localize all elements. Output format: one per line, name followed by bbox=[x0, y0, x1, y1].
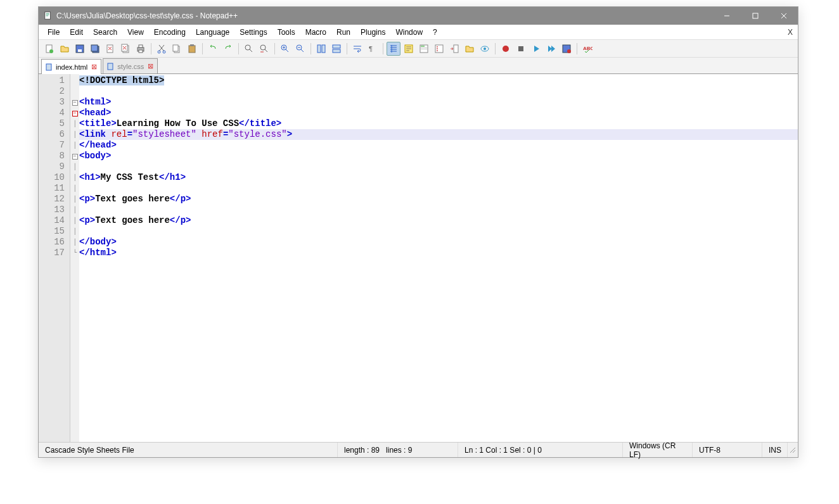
doc-list-icon[interactable] bbox=[432, 42, 446, 56]
menu-language[interactable]: Language bbox=[191, 28, 234, 37]
find-icon[interactable] bbox=[242, 42, 256, 56]
undo-icon[interactable] bbox=[206, 42, 220, 56]
udl-icon[interactable] bbox=[402, 42, 416, 56]
svg-point-20 bbox=[245, 45, 250, 50]
redo-icon[interactable] bbox=[221, 42, 235, 56]
svg-point-40 bbox=[484, 47, 486, 50]
app-icon bbox=[44, 11, 53, 20]
close-file-icon[interactable] bbox=[103, 42, 117, 56]
status-eol: Windows (CR LF) bbox=[623, 443, 693, 457]
indent-guide-icon[interactable] bbox=[387, 42, 400, 56]
status-insert-mode: INS bbox=[762, 443, 788, 457]
menu-window[interactable]: Window bbox=[390, 28, 428, 37]
new-file-icon[interactable] bbox=[42, 42, 56, 56]
menubar: FileEditSearchViewEncodingLanguageSettin… bbox=[39, 25, 798, 40]
maximize-button[interactable] bbox=[741, 7, 769, 25]
tab-close-icon[interactable]: ⊠ bbox=[91, 63, 97, 71]
sync-h-icon[interactable] bbox=[330, 42, 343, 56]
svg-rect-47 bbox=[108, 63, 113, 70]
menu-edit[interactable]: Edit bbox=[65, 28, 88, 37]
tab-close-icon[interactable]: ⊠ bbox=[148, 62, 153, 70]
svg-rect-46 bbox=[46, 64, 51, 70]
monitor-icon[interactable] bbox=[478, 42, 492, 56]
menu-tools[interactable]: Tools bbox=[272, 28, 300, 37]
window-title: C:\Users\Julia\Desktop\css-test\style.cs… bbox=[56, 11, 712, 20]
tab-index-html[interactable]: index.html⊠ bbox=[41, 59, 101, 74]
statusbar: Cascade Style Sheets File length : 89 li… bbox=[39, 442, 798, 457]
status-filetype: Cascade Style Sheets File bbox=[39, 443, 338, 457]
toolbar: ¶ ABC bbox=[39, 40, 798, 58]
cut-icon[interactable] bbox=[155, 42, 169, 56]
svg-point-35 bbox=[437, 46, 438, 47]
editor-area: 1234567891011121314151617 │││││││││││└ <… bbox=[39, 74, 798, 442]
menu-settings[interactable]: Settings bbox=[234, 28, 272, 37]
svg-rect-34 bbox=[435, 45, 443, 53]
svg-point-36 bbox=[437, 48, 438, 49]
zoom-out-icon[interactable] bbox=[293, 42, 307, 56]
svg-rect-24 bbox=[317, 45, 321, 53]
titlebar[interactable]: C:\Users\Julia\Desktop\css-test\style.cs… bbox=[39, 7, 798, 25]
svg-rect-27 bbox=[333, 49, 340, 53]
show-all-chars-icon[interactable]: ¶ bbox=[366, 42, 380, 56]
replace-icon[interactable] bbox=[257, 42, 271, 56]
save-all-icon[interactable] bbox=[88, 42, 102, 56]
minimize-button[interactable] bbox=[712, 7, 741, 25]
svg-rect-13 bbox=[139, 50, 143, 53]
record-macro-icon[interactable] bbox=[499, 42, 513, 56]
fold-column[interactable]: │││││││││││└ bbox=[70, 74, 79, 442]
svg-rect-31 bbox=[421, 46, 425, 47]
file-icon bbox=[46, 63, 53, 71]
paste-icon[interactable] bbox=[185, 42, 199, 56]
svg-rect-26 bbox=[333, 45, 340, 48]
status-encoding: UTF-8 bbox=[693, 443, 762, 457]
close-all-icon[interactable] bbox=[118, 42, 132, 56]
menu-view[interactable]: View bbox=[122, 28, 149, 37]
stop-macro-icon[interactable] bbox=[514, 42, 528, 56]
folder-workspace-icon[interactable] bbox=[463, 42, 477, 56]
tab-style-css[interactable]: style.css⊠ bbox=[103, 58, 158, 73]
play-macro-icon[interactable] bbox=[529, 42, 543, 56]
status-length: length : 89 lines : 9 bbox=[338, 443, 458, 457]
save-icon[interactable] bbox=[73, 42, 87, 56]
svg-rect-33 bbox=[421, 49, 427, 49]
menu-plugins[interactable]: Plugins bbox=[355, 28, 390, 37]
svg-rect-5 bbox=[78, 49, 82, 52]
svg-rect-7 bbox=[91, 45, 98, 51]
status-position: Ln : 1 Col : 1 Sel : 0 | 0 bbox=[458, 443, 623, 457]
document-close-icon[interactable]: X bbox=[788, 28, 793, 37]
doc-map-icon[interactable] bbox=[417, 42, 431, 56]
menu-file[interactable]: File bbox=[42, 28, 65, 37]
zoom-in-icon[interactable] bbox=[278, 42, 292, 56]
svg-rect-42 bbox=[518, 46, 523, 51]
svg-point-37 bbox=[437, 50, 438, 51]
svg-text:¶: ¶ bbox=[369, 45, 373, 53]
svg-point-41 bbox=[503, 46, 509, 52]
function-list-icon[interactable] bbox=[447, 42, 461, 56]
svg-rect-12 bbox=[139, 45, 143, 47]
sync-v-icon[interactable] bbox=[314, 42, 328, 56]
menu-encoding[interactable]: Encoding bbox=[149, 28, 191, 37]
svg-rect-17 bbox=[173, 45, 178, 51]
svg-text:ABC: ABC bbox=[583, 46, 592, 51]
wordwrap-icon[interactable] bbox=[350, 42, 364, 56]
play-multi-icon[interactable] bbox=[544, 42, 558, 56]
menu-search[interactable]: Search bbox=[88, 28, 122, 37]
spellcheck-icon[interactable]: ABC bbox=[580, 42, 594, 56]
menu-macro[interactable]: Macro bbox=[300, 28, 331, 37]
open-file-icon[interactable] bbox=[58, 42, 72, 56]
svg-rect-19 bbox=[190, 44, 194, 46]
copy-icon[interactable] bbox=[170, 42, 184, 56]
svg-point-3 bbox=[49, 49, 53, 53]
svg-rect-25 bbox=[322, 45, 325, 53]
menu-help[interactable]: ? bbox=[428, 28, 442, 37]
svg-rect-38 bbox=[454, 45, 458, 53]
resize-grip-icon[interactable] bbox=[788, 445, 798, 455]
close-button[interactable] bbox=[769, 7, 798, 25]
code-content[interactable]: <!DOCTYPE html5> <html><head><title>Lear… bbox=[79, 74, 798, 442]
line-number-gutter[interactable]: 1234567891011121314151617 bbox=[39, 74, 70, 442]
app-window: C:\Users\Julia\Desktop\css-test\style.cs… bbox=[38, 6, 798, 458]
menu-run[interactable]: Run bbox=[331, 28, 355, 37]
svg-rect-32 bbox=[421, 47, 427, 48]
save-macro-icon[interactable] bbox=[560, 42, 573, 56]
print-icon[interactable] bbox=[134, 42, 148, 56]
